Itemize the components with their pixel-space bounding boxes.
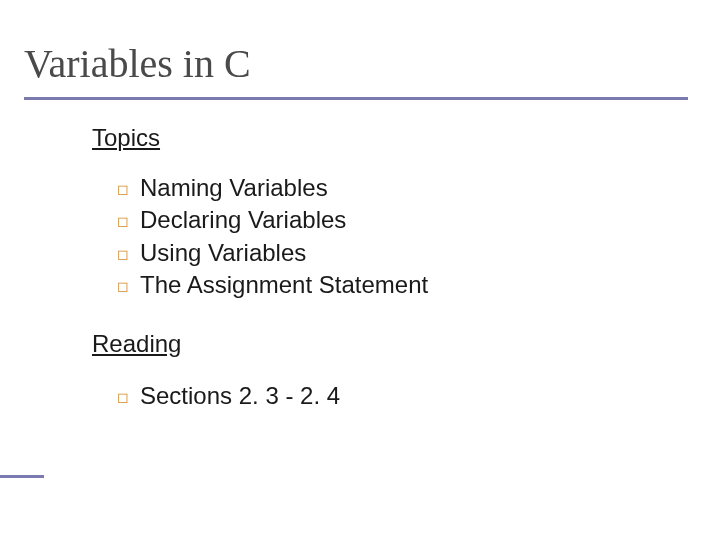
reading-list: ◻ Sections 2. 3 - 2. 4 <box>92 380 720 412</box>
list-item: ◻ Declaring Variables <box>116 204 720 236</box>
list-item: ◻ Using Variables <box>116 237 720 269</box>
footer-accent-bar <box>0 475 44 478</box>
slide: Variables in C Topics ◻ Naming Variables… <box>0 0 720 540</box>
list-item-label: Sections 2. 3 - 2. 4 <box>140 380 340 412</box>
bullet-icon: ◻ <box>116 277 130 296</box>
section-heading-topics: Topics <box>92 124 720 152</box>
list-item: ◻ The Assignment Statement <box>116 269 720 301</box>
list-item: ◻ Sections 2. 3 - 2. 4 <box>116 380 720 412</box>
bullet-icon: ◻ <box>116 245 130 264</box>
topics-list: ◻ Naming Variables ◻ Declaring Variables… <box>92 172 720 302</box>
list-item-label: Declaring Variables <box>140 204 346 236</box>
list-item-label: The Assignment Statement <box>140 269 428 301</box>
list-item-label: Naming Variables <box>140 172 328 204</box>
section-heading-reading: Reading <box>92 330 720 358</box>
bullet-icon: ◻ <box>116 212 130 231</box>
list-item: ◻ Naming Variables <box>116 172 720 204</box>
bullet-icon: ◻ <box>116 180 130 199</box>
slide-title: Variables in C <box>0 40 720 97</box>
slide-body: Topics ◻ Naming Variables ◻ Declaring Va… <box>0 100 720 412</box>
bullet-icon: ◻ <box>116 388 130 407</box>
list-item-label: Using Variables <box>140 237 306 269</box>
